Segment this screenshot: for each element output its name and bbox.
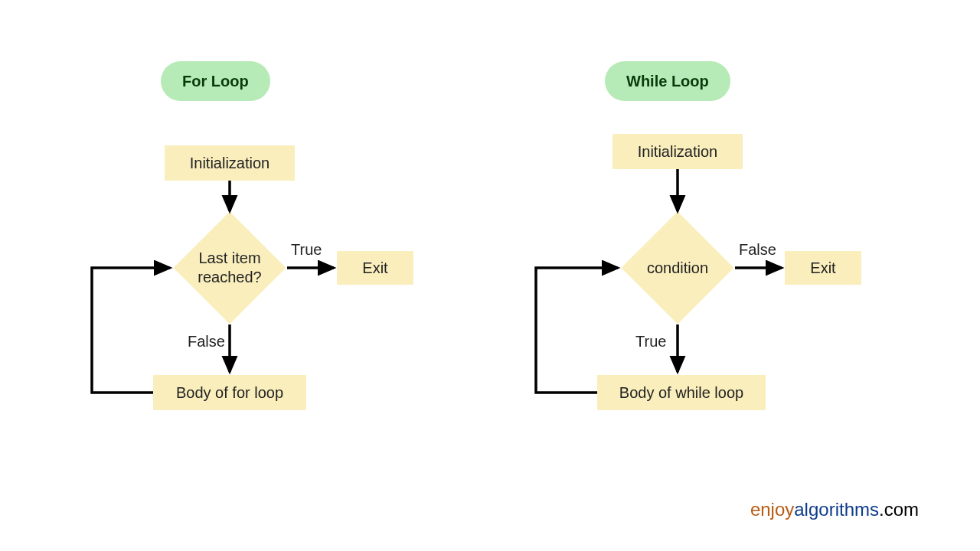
- while-false-label: False: [739, 241, 776, 259]
- footer-dotcom: .com: [879, 499, 919, 520]
- while-exit-label: Exit: [810, 259, 835, 277]
- for-loop-title-pill: For Loop: [161, 61, 270, 101]
- footer-branding: enjoyalgorithms.com: [750, 499, 919, 520]
- while-body-label: Body of while loop: [619, 384, 743, 402]
- while-arrow-body-to-decision: [536, 268, 618, 393]
- for-true-label: True: [291, 241, 322, 259]
- while-exit-box: Exit: [785, 251, 861, 285]
- for-decision-label: Last item reached?: [173, 228, 286, 308]
- while-init-label: Initialization: [638, 143, 718, 161]
- while-body-box: Body of while loop: [597, 375, 766, 410]
- while-loop-title-pill: While Loop: [605, 61, 730, 101]
- for-exit-label: Exit: [362, 259, 387, 277]
- for-body-box: Body of for loop: [153, 375, 306, 410]
- for-init-box: Initialization: [165, 145, 295, 181]
- for-init-label: Initialization: [190, 155, 270, 172]
- for-arrow-body-to-decision: [92, 268, 170, 393]
- while-loop-title: While Loop: [626, 73, 709, 90]
- footer-algo: algorithms: [794, 499, 879, 520]
- footer-enjoy: enjoy: [750, 499, 794, 520]
- for-body-label: Body of for loop: [176, 384, 283, 402]
- for-false-label: False: [188, 333, 225, 350]
- while-init-box: Initialization: [612, 134, 743, 169]
- while-true-label: True: [635, 333, 666, 350]
- for-exit-box: Exit: [337, 251, 413, 285]
- while-decision-label: condition: [621, 228, 734, 308]
- for-loop-title: For Loop: [182, 73, 249, 90]
